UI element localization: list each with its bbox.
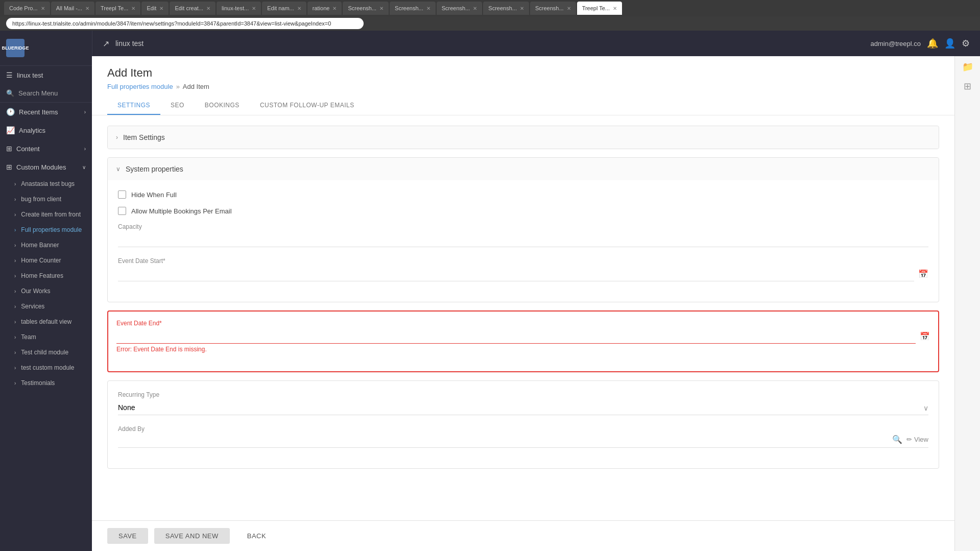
- recurring-type-select[interactable]: None: [118, 400, 928, 415]
- event-date-end-error: Error: Event Date End is missing.: [116, 346, 930, 353]
- sidebar-item-testimonials[interactable]: › Testimonials: [0, 375, 92, 391]
- full-properties-label: Full properties module: [21, 226, 82, 233]
- system-properties-section: ∨ System properties Hide When Full: [107, 157, 939, 302]
- bug-client-label: bug from client: [21, 196, 61, 203]
- event-date-end-field: Event Date End* 📅 Error: Event Date End …: [116, 320, 930, 353]
- profile-icon[interactable]: 👤: [944, 38, 955, 49]
- tab-bookings[interactable]: BOOKINGS: [195, 97, 250, 115]
- calendar-end-icon[interactable]: 📅: [920, 331, 930, 341]
- sidebar-item-recent-items[interactable]: 🕐 Recent Items ›: [0, 103, 92, 121]
- sidebar-item-home-banner[interactable]: › Home Banner: [0, 237, 92, 253]
- tab-screen5[interactable]: Screensh... ✕: [530, 2, 576, 15]
- our-works-label: Our Works: [21, 288, 50, 295]
- sidebar-item-anastasia[interactable]: › Anastasia test bugs: [0, 176, 92, 191]
- chevron-content-icon: ›: [84, 146, 86, 152]
- capacity-label: Capacity: [118, 223, 928, 230]
- sidebar-item-analytics[interactable]: 📈 Analytics: [0, 121, 92, 139]
- tab-edit-create[interactable]: Edit creat... ✕: [170, 2, 216, 15]
- sidebar-item-full-properties[interactable]: › Full properties module: [0, 222, 92, 237]
- top-header: ↗ linux test admin@treepl.co 🔔 👤 ⚙: [92, 31, 980, 56]
- tab-screen3[interactable]: Screensh... ✕: [437, 2, 483, 15]
- calendar-start-icon[interactable]: 📅: [918, 269, 928, 279]
- sidebar-item-team[interactable]: › Team: [0, 329, 92, 345]
- item-settings-section: › Item Settings: [107, 126, 939, 149]
- tab-treepl1[interactable]: Treepl Te... ✕: [95, 2, 140, 15]
- capacity-input[interactable]: [118, 232, 928, 247]
- tab-ratione[interactable]: ratione ✕: [307, 2, 342, 15]
- item-settings-title: Item Settings: [123, 133, 165, 141]
- added-by-input[interactable]: [118, 436, 888, 444]
- sidebar-search[interactable]: 🔍 Search Menu: [0, 84, 92, 103]
- clock-icon: 🕐: [6, 108, 15, 116]
- system-properties-body: Hide When Full Allow Multiple Bookings P…: [108, 180, 939, 302]
- sidebar-item-home-features[interactable]: › Home Features: [0, 268, 92, 283]
- test-child-label: Test child module: [21, 349, 68, 356]
- panel-grid-icon[interactable]: ⊞: [964, 81, 971, 92]
- tab-linux[interactable]: linux-test... ✕: [217, 2, 261, 15]
- panel-folder-icon[interactable]: 📁: [962, 61, 973, 73]
- added-by-label: Added By: [118, 425, 928, 433]
- breadcrumb-link[interactable]: Full properties module: [107, 83, 173, 90]
- event-date-end-label: Event Date End*: [116, 320, 930, 327]
- tab-mail[interactable]: All Mail -... ✕: [51, 2, 94, 15]
- save-and-new-button[interactable]: SAVE AND NEW: [154, 528, 230, 544]
- tab-code-pro[interactable]: Code Pro... ✕: [4, 2, 50, 15]
- save-button[interactable]: SAVE: [107, 528, 148, 544]
- hide-when-full-checkbox[interactable]: [118, 190, 126, 199]
- sidebar-item-bug-from-client[interactable]: › bug from client: [0, 191, 92, 207]
- sidebar-item-custom-modules[interactable]: ⊞ Custom Modules ∨: [0, 158, 92, 176]
- analytics-icon: 📈: [6, 126, 15, 134]
- sidebar-item-home-counter[interactable]: › Home Counter: [0, 253, 92, 268]
- tab-screen1[interactable]: Screensh... ✕: [343, 2, 389, 15]
- event-date-start-field: Event Date Start* 📅: [118, 257, 928, 281]
- item-settings-header[interactable]: › Item Settings: [108, 126, 939, 149]
- sidebar-item-test-custom[interactable]: › test custom module: [0, 360, 92, 375]
- tab-screen2[interactable]: Screensh... ✕: [390, 2, 436, 15]
- chevron-icon: ›: [84, 109, 86, 115]
- system-properties-title: System properties: [126, 165, 183, 173]
- event-date-end-input[interactable]: [116, 329, 916, 344]
- modules-icon: ⊞: [6, 163, 12, 171]
- tab-seo[interactable]: SEO: [160, 97, 195, 115]
- recurring-type-section: Recurring Type None ∨ Added: [107, 380, 939, 469]
- sidebar-item-create-item[interactable]: › Create item from front: [0, 207, 92, 222]
- sidebar-item-content[interactable]: ⊞ Content ›: [0, 139, 92, 158]
- section-expand-icon: ∨: [116, 165, 121, 173]
- external-link-icon: ↗: [103, 39, 109, 49]
- settings-icon[interactable]: ⚙: [962, 38, 970, 49]
- tab-custom-emails[interactable]: CUSTOM FOLLOW-UP EMAILS: [250, 97, 365, 115]
- bell-icon[interactable]: 🔔: [927, 38, 938, 49]
- sidebar-item-test-child[interactable]: › Test child module: [0, 345, 92, 360]
- tab-settings[interactable]: SETTINGS: [107, 97, 160, 115]
- search-user-icon[interactable]: 🔍: [892, 435, 902, 444]
- custom-modules-label: Custom Modules: [16, 163, 66, 171]
- search-icon: 🔍: [6, 89, 14, 97]
- allow-multiple-checkbox[interactable]: [118, 207, 126, 215]
- added-by-field: Added By 🔍 ✏ View: [118, 425, 928, 448]
- main-content: Add Item Full properties module » Add It…: [92, 56, 954, 551]
- view-link[interactable]: ✏ View: [906, 436, 928, 443]
- tab-screen4[interactable]: Screensh... ✕: [483, 2, 529, 15]
- hamburger-icon: ☰: [6, 71, 13, 79]
- section-collapse-icon: ›: [116, 134, 118, 141]
- back-button[interactable]: BACK: [236, 528, 277, 544]
- allow-multiple-row: Allow Multiple Bookings Per Email: [118, 207, 928, 215]
- sidebar: BLUE RIDGE ☰ linux test 🔍 Search Menu 🕐 …: [0, 31, 92, 551]
- system-properties-header[interactable]: ∨ System properties: [108, 158, 939, 180]
- chevron-modules-icon: ∨: [82, 164, 86, 170]
- address-bar: [0, 16, 980, 31]
- sidebar-hamburger[interactable]: ☰ linux test: [0, 66, 92, 84]
- tab-edit-nam[interactable]: Edit nam... ✕: [262, 2, 306, 15]
- testimonials-label: Testimonials: [21, 379, 55, 387]
- page-title: Add Item: [107, 66, 939, 80]
- footer: SAVE SAVE AND NEW BACK: [92, 520, 954, 551]
- sidebar-item-our-works[interactable]: › Our Works: [0, 283, 92, 299]
- address-input[interactable]: [6, 18, 364, 29]
- sidebar-item-services[interactable]: › Services: [0, 299, 92, 314]
- tab-treepl-active[interactable]: Treepl Te... ✕: [577, 2, 622, 15]
- content-label: Content: [16, 145, 40, 153]
- event-date-start-input[interactable]: [118, 267, 914, 281]
- tab-edit[interactable]: Edit ✕: [141, 2, 169, 15]
- analytics-label: Analytics: [19, 127, 45, 134]
- sidebar-item-tables[interactable]: › tables default view: [0, 314, 92, 329]
